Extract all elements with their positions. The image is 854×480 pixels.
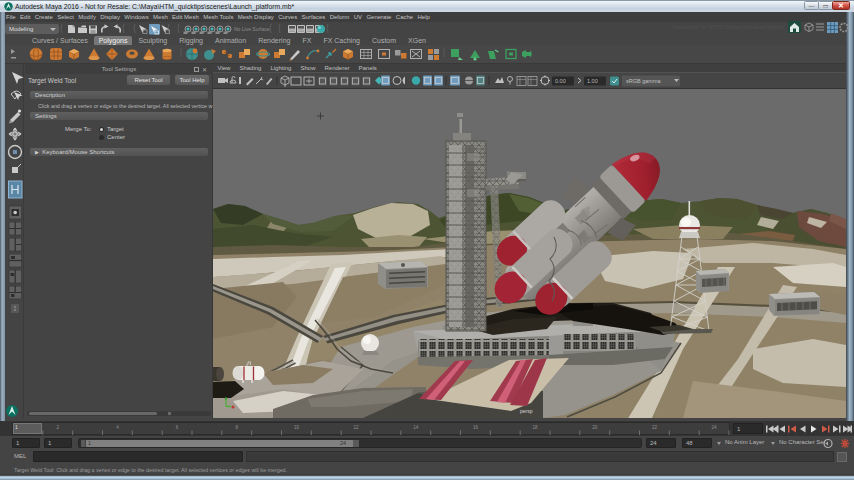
- svg-text:18: 18: [533, 425, 539, 430]
- svg-text:8: 8: [236, 425, 239, 430]
- svg-text:20: 20: [592, 425, 598, 430]
- svg-text:22: 22: [652, 425, 658, 430]
- svg-text:4: 4: [116, 425, 119, 430]
- svg-text:10: 10: [294, 425, 300, 430]
- svg-text:0.00: 0.00: [555, 78, 566, 84]
- svg-text:12: 12: [354, 425, 360, 430]
- svg-text:24: 24: [712, 425, 718, 430]
- svg-text:sRGB gamma: sRGB gamma: [626, 78, 661, 84]
- svg-text:persp: persp: [520, 408, 533, 414]
- svg-text:14: 14: [413, 425, 419, 430]
- svg-text:2: 2: [57, 425, 60, 430]
- svg-text:16: 16: [473, 425, 479, 430]
- svg-text:No Live Surface: No Live Surface: [234, 26, 270, 32]
- svg-text:1.00: 1.00: [587, 78, 598, 84]
- svg-text:6: 6: [176, 425, 179, 430]
